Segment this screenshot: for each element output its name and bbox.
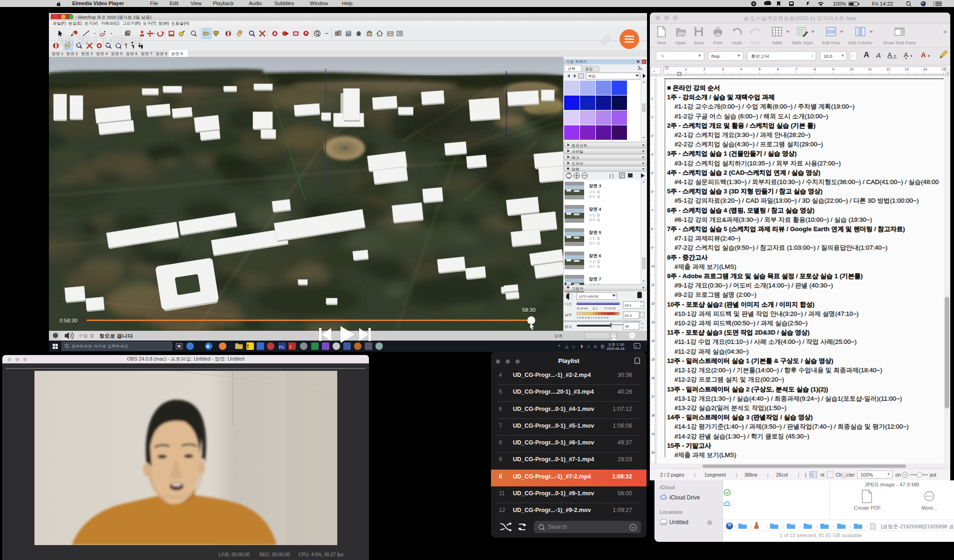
svg-text:18: 18 xyxy=(651,414,655,417)
svg-text:JFMAMJJASOND: JFMAMJJASOND xyxy=(577,316,609,319)
svg-text:Show Task Pane: Show Task Pane xyxy=(883,40,916,45)
svg-text:•: • xyxy=(654,69,655,73)
svg-text:2: 2 xyxy=(651,116,653,119)
svg-text:put: put xyxy=(930,472,936,478)
svg-text:›: › xyxy=(766,524,767,529)
svg-text:시간: 시간 xyxy=(565,302,572,306)
svg-text:19: 19 xyxy=(651,432,655,436)
svg-text:Open: Open xyxy=(675,40,686,45)
svg-text:Fri 14:22: Fri 14:22 xyxy=(872,1,893,7)
svg-text:14: 14 xyxy=(651,339,655,342)
svg-text:장면 4: 장면 4 xyxy=(589,207,601,212)
svg-text:컴포넌트: 컴포넌트 xyxy=(572,143,587,148)
svg-text:16: 16 xyxy=(651,376,655,380)
svg-text:7: 7 xyxy=(651,209,653,212)
svg-text:2020-04-25: 2020-04-25 xyxy=(606,347,624,351)
svg-text:›: › xyxy=(816,524,818,529)
svg-text:x: x xyxy=(643,60,645,64)
svg-text:13: 13 xyxy=(651,321,655,324)
svg-text:04:3: 04:3 xyxy=(625,304,631,307)
svg-text:4: 4 xyxy=(740,67,742,71)
svg-text:오전 1:30: 오전 1:30 xyxy=(608,342,624,347)
svg-text:15: 15 xyxy=(941,67,945,71)
svg-text:9: 9 xyxy=(832,67,834,71)
svg-text:Table Style: Table Style xyxy=(791,40,813,45)
svg-text:등업: 등업 xyxy=(585,67,593,71)
svg-text:Edit Row: Edit Row xyxy=(822,40,840,45)
svg-text:3: 3 xyxy=(651,134,653,137)
svg-text:6: 6 xyxy=(651,190,653,193)
svg-text:13: 13 xyxy=(905,67,908,71)
svg-text:검색하려면 여기에 입력하세요.: 검색하려면 여기에 입력하세요. xyxy=(71,344,130,348)
svg-text:강의 즘: 강의 즘 xyxy=(589,218,600,221)
svg-text:강의 즘: 강의 즘 xyxy=(589,241,600,245)
svg-text:New: New xyxy=(657,40,666,45)
svg-text:6: 6 xyxy=(777,67,779,71)
svg-text:( ): ( ) xyxy=(609,173,613,178)
svg-text:밝게: 밝게 xyxy=(565,325,572,329)
svg-text:10: 10 xyxy=(850,67,853,71)
svg-text:사진 줌: 사진 줌 xyxy=(589,190,600,193)
svg-text:2: 2 xyxy=(703,67,705,71)
svg-text:5: 5 xyxy=(651,171,653,175)
svg-text:도우미: 도우미 xyxy=(572,162,584,166)
svg-text:△: △ xyxy=(565,344,568,349)
svg-text:›: › xyxy=(783,524,784,529)
svg-text:20: 20 xyxy=(651,451,655,454)
svg-text:›: › xyxy=(850,524,851,529)
svg-text:한: 한 xyxy=(600,344,605,349)
svg-text:Ps: Ps xyxy=(279,345,284,349)
svg-text:A: A xyxy=(594,344,597,349)
svg-text:1: 1 xyxy=(651,97,653,100)
svg-text:7: 7 xyxy=(289,345,292,349)
svg-text:사진 줌: 사진 줌 xyxy=(589,260,600,263)
svg-text:Table: Table xyxy=(772,40,783,45)
svg-text:Redo: Redo xyxy=(750,40,761,45)
svg-text:장면 3: 장면 3 xyxy=(589,184,601,188)
svg-text:14: 14 xyxy=(923,67,927,71)
svg-text:100%: 100% xyxy=(833,1,846,7)
svg-text:06:28 AM: 06:28 AM xyxy=(577,307,588,310)
svg-text:강의 즘: 강의 즘 xyxy=(589,265,600,268)
svg-text:9: 9 xyxy=(651,246,653,249)
svg-text:태그: 태그 xyxy=(572,156,579,160)
svg-text:›: › xyxy=(866,524,868,529)
svg-text:장면 6: 장면 6 xyxy=(589,253,601,258)
svg-text:UTC+09:00: UTC+09:00 xyxy=(579,294,599,299)
svg-text:e: e xyxy=(206,343,210,349)
svg-text:11: 11 xyxy=(868,67,872,71)
svg-text:11: 11 xyxy=(651,283,654,287)
svg-text:17: 17 xyxy=(651,395,655,398)
svg-text:7: 7 xyxy=(795,67,797,71)
svg-text:›: › xyxy=(734,524,736,529)
svg-text:사진 줌: 사진 줌 xyxy=(589,237,600,240)
svg-text:12: 12 xyxy=(886,67,890,71)
svg-text:날짜: 날짜 xyxy=(565,313,572,317)
svg-text:창으로 끕니다: 창으로 끕니다 xyxy=(99,333,133,339)
svg-text:⬆: ⬆ xyxy=(580,344,584,349)
svg-text:Undo: Undo xyxy=(732,40,743,45)
svg-text:장면 7: 장면 7 xyxy=(589,277,601,281)
svg-text:수업 창: 수업 창 xyxy=(79,333,94,338)
svg-text:10: 10 xyxy=(651,265,655,268)
svg-text:Edit Column: Edit Column xyxy=(848,40,872,45)
svg-text:8: 8 xyxy=(814,67,816,71)
svg-text:12: 12 xyxy=(651,302,655,305)
svg-text:○: ○ xyxy=(587,344,590,349)
svg-text:색상: 색상 xyxy=(588,74,596,78)
svg-text:그림자: 그림자 xyxy=(572,287,584,291)
svg-text:정오: 정오 xyxy=(593,307,598,310)
svg-text:04:3: 04:3 xyxy=(625,314,632,317)
svg-text:4: 4 xyxy=(651,153,653,156)
svg-text:T: T xyxy=(246,344,249,349)
svg-text:장면: 장면 xyxy=(572,167,579,171)
svg-text:15: 15 xyxy=(651,358,655,361)
svg-text:›: › xyxy=(799,524,801,529)
svg-text:Save: Save xyxy=(694,40,704,45)
svg-text:›: › xyxy=(750,524,751,529)
svg-text:사진 줌: 사진 줌 xyxy=(589,213,600,217)
svg-text:1: 1 xyxy=(685,67,687,71)
svg-text:⌂: ⌂ xyxy=(572,344,575,349)
svg-text:5: 5 xyxy=(758,67,760,71)
svg-text:3: 3 xyxy=(722,67,723,71)
